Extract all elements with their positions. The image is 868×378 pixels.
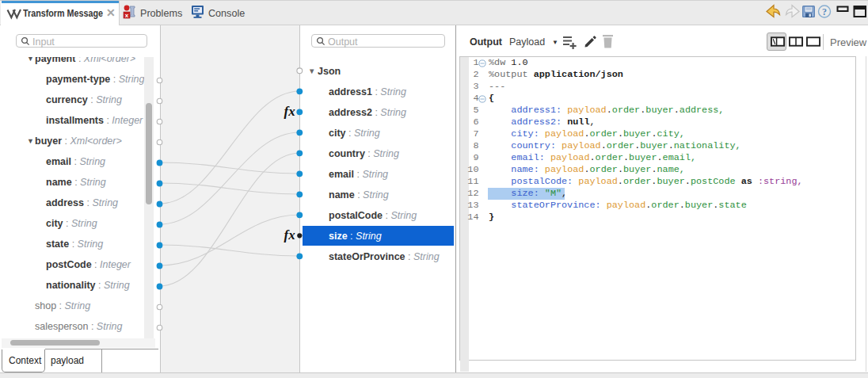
svg-text:fx: fx bbox=[284, 227, 296, 242]
svg-text:?: ? bbox=[822, 6, 827, 17]
svg-text:x: x bbox=[125, 12, 129, 19]
svg-text:fx: fx bbox=[284, 104, 296, 119]
